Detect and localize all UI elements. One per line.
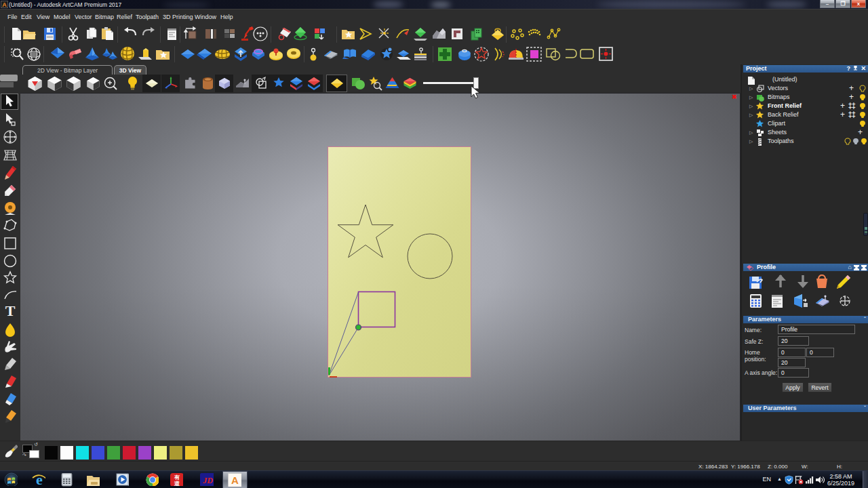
svg-text:道: 道 [174, 481, 180, 486]
svg-text:e: e [36, 472, 43, 486]
svg-text:有: 有 [174, 474, 180, 481]
svg-text:A: A [231, 474, 239, 486]
svg-text:JD: JD [202, 476, 213, 485]
svg-text:T: T [5, 302, 16, 319]
